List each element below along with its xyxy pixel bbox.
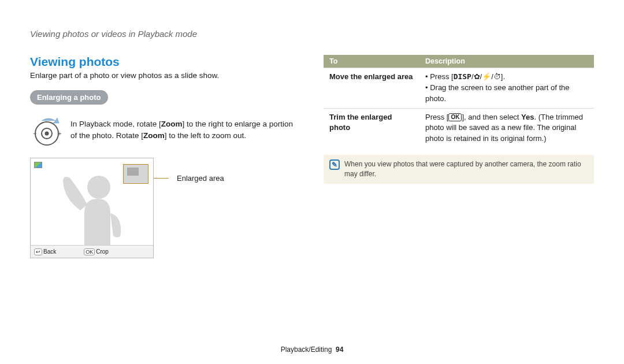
disp-button-icon: DISP [454, 72, 471, 81]
zoom-dial-icon: − + [30, 115, 64, 148]
macro-icon: ✿ [474, 72, 480, 81]
description-table: To Description Move the enlarged area • … [324, 55, 594, 148]
row-key-move: Move the enlarged area [324, 68, 419, 109]
preview-toolbar: ↩ Back OK Crop [31, 245, 153, 258]
row-key-trim: Trim the enlarged photo [324, 108, 419, 148]
ok-button-icon: OK [448, 113, 462, 121]
left-column: Viewing photos Enlarge part of a photo o… [30, 55, 300, 258]
lead-text: Enlarge part of a photo or view photos a… [30, 71, 300, 80]
row-desc-move: • Press [DISP/✿/⚡/⏱]. • Drag the screen … [419, 68, 594, 109]
photo-type-icon [34, 162, 42, 168]
back-label: Back [43, 248, 56, 255]
right-column: To Description Move the enlarged area • … [324, 55, 594, 258]
note-icon: ✎ [329, 159, 340, 170]
table-row: Move the enlarged area • Press [DISP/✿/⚡… [324, 68, 594, 109]
svg-text:−: − [33, 130, 36, 137]
table-header-description: Description [419, 55, 594, 68]
crop-label: Crop [96, 248, 109, 255]
section-title: Viewing photos [30, 55, 300, 69]
enlarging-pill: Enlarging a photo [30, 90, 108, 105]
back-icon: ↩ [34, 248, 42, 255]
svg-point-2 [45, 132, 49, 136]
timer-icon: ⏱ [493, 72, 501, 81]
breadcrumb: Viewing photos or videos in Playback mod… [30, 29, 594, 39]
enlarged-area-overlay [123, 164, 148, 184]
photo-preview: ↩ Back OK Crop [30, 158, 154, 258]
table-header-to: To [324, 55, 419, 68]
svg-text:+: + [58, 130, 61, 137]
note-box: ✎ When you view photos that were capture… [324, 155, 594, 184]
zoom-instruction: In Playback mode, rotate [Zoom] to the r… [70, 115, 300, 141]
leader-line [154, 178, 169, 179]
note-text: When you view photos that were captured … [344, 159, 588, 179]
page-footer: Playback/Editing 94 [0, 346, 624, 354]
ok-icon: OK [84, 248, 95, 255]
table-row: Trim the enlarged photo Press [OK], and … [324, 108, 594, 148]
svg-point-5 [87, 176, 110, 199]
flash-icon: ⚡ [482, 72, 491, 81]
row-desc-trim: Press [OK], and then select Yes. (The tr… [419, 108, 594, 148]
enlarged-area-label: Enlarged area [177, 174, 224, 183]
